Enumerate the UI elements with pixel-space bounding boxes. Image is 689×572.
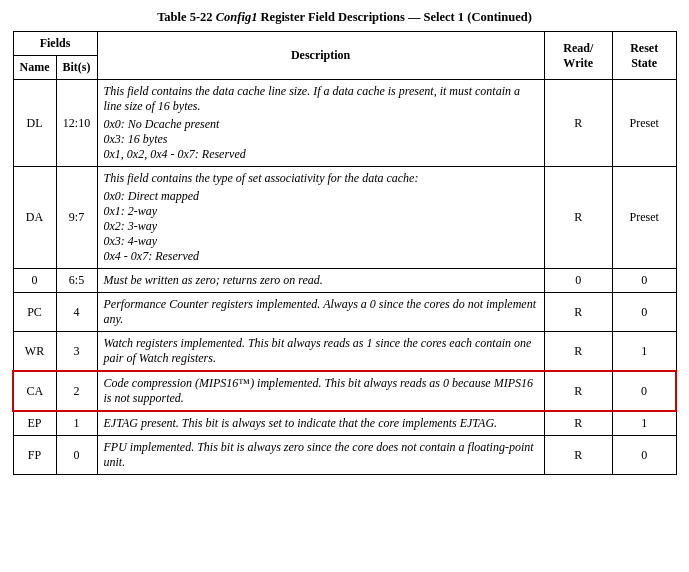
description-main: Performance Counter registers implemente… [104, 297, 536, 326]
description-list: 0x0: No Dcache present0x3: 16 bytes0x1, … [104, 117, 538, 162]
list-item: 0x3: 4-way [104, 234, 538, 249]
cell-name: EP [13, 411, 56, 436]
cell-reset-state: 1 [612, 411, 676, 436]
cell-name: FP [13, 436, 56, 475]
cell-name: DA [13, 167, 56, 269]
cell-read-write: R [544, 436, 612, 475]
cell-name: 0 [13, 269, 56, 293]
table-row: DA9:7This field contains the type of set… [13, 167, 676, 269]
cell-reset-state: 0 [612, 371, 676, 411]
table-row: WR3Watch registers implemented. This bit… [13, 332, 676, 372]
description-main: EJTAG present. This bit is always set to… [104, 416, 498, 430]
cell-name: CA [13, 371, 56, 411]
table-row: FP0FPU implemented. This bit is always z… [13, 436, 676, 475]
cell-read-write: R [544, 293, 612, 332]
cell-reset-state: Preset [612, 80, 676, 167]
table-row: PC4Performance Counter registers impleme… [13, 293, 676, 332]
cell-description: FPU implemented. This bit is always zero… [97, 436, 544, 475]
fields-header: Fields [13, 32, 97, 56]
cell-bits: 12:10 [56, 80, 97, 167]
cell-read-write: R [544, 167, 612, 269]
cell-description: Code compression (MIPS16™) implemented. … [97, 371, 544, 411]
cell-description: Performance Counter registers implemente… [97, 293, 544, 332]
cell-reset-state: 0 [612, 436, 676, 475]
cell-bits: 9:7 [56, 167, 97, 269]
cell-description: EJTAG present. This bit is always set to… [97, 411, 544, 436]
cell-name: DL [13, 80, 56, 167]
cell-read-write: R [544, 80, 612, 167]
cell-bits: 1 [56, 411, 97, 436]
description-main: This field contains the data cache line … [104, 84, 521, 113]
table-container: Table 5-22 Config1 Register Field Descri… [12, 10, 677, 475]
list-item: 0x0: No Dcache present [104, 117, 538, 132]
list-item: 0x1: 2-way [104, 204, 538, 219]
cell-reset-state: 0 [612, 293, 676, 332]
cell-read-write: R [544, 332, 612, 372]
cell-description: Must be written as zero; returns zero on… [97, 269, 544, 293]
reset-state-header: Reset State [612, 32, 676, 80]
title-suffix: Register Field Descriptions — Select 1 (… [257, 10, 531, 24]
description-main: Code compression (MIPS16™) implemented. … [104, 376, 533, 405]
cell-description: This field contains the data cache line … [97, 80, 544, 167]
name-header: Name [13, 56, 56, 80]
main-table: Fields Description Read/ Write Reset Sta… [12, 31, 677, 475]
description-list: 0x0: Direct mapped0x1: 2-way0x2: 3-way0x… [104, 189, 538, 264]
description-header: Description [97, 32, 544, 80]
description-main: FPU implemented. This bit is always zero… [104, 440, 534, 469]
description-main: Must be written as zero; returns zero on… [104, 273, 323, 287]
bits-header: Bit(s) [56, 56, 97, 80]
cell-reset-state: 0 [612, 269, 676, 293]
cell-bits: 0 [56, 436, 97, 475]
cell-description: Watch registers implemented. This bit al… [97, 332, 544, 372]
table-row: 06:5Must be written as zero; returns zer… [13, 269, 676, 293]
cell-read-write: R [544, 371, 612, 411]
list-item: 0x0: Direct mapped [104, 189, 538, 204]
list-item: 0x4 - 0x7: Reserved [104, 249, 538, 264]
cell-bits: 6:5 [56, 269, 97, 293]
description-main: Watch registers implemented. This bit al… [104, 336, 532, 365]
cell-read-write: 0 [544, 269, 612, 293]
cell-reset-state: 1 [612, 332, 676, 372]
list-item: 0x2: 3-way [104, 219, 538, 234]
list-item: 0x3: 16 bytes [104, 132, 538, 147]
cell-read-write: R [544, 411, 612, 436]
cell-bits: 4 [56, 293, 97, 332]
read-write-header: Read/ Write [544, 32, 612, 80]
cell-name: PC [13, 293, 56, 332]
table-row: CA2Code compression (MIPS16™) implemente… [13, 371, 676, 411]
table-row: EP1EJTAG present. This bit is always set… [13, 411, 676, 436]
cell-bits: 3 [56, 332, 97, 372]
title-italic: Config1 [216, 10, 258, 24]
title-prefix: Table 5-22 [157, 10, 216, 24]
cell-description: This field contains the type of set asso… [97, 167, 544, 269]
table-row: DL12:10This field contains the data cach… [13, 80, 676, 167]
cell-reset-state: Preset [612, 167, 676, 269]
cell-name: WR [13, 332, 56, 372]
description-main: This field contains the type of set asso… [104, 171, 419, 185]
list-item: 0x1, 0x2, 0x4 - 0x7: Reserved [104, 147, 538, 162]
table-title: Table 5-22 Config1 Register Field Descri… [12, 10, 677, 25]
cell-bits: 2 [56, 371, 97, 411]
